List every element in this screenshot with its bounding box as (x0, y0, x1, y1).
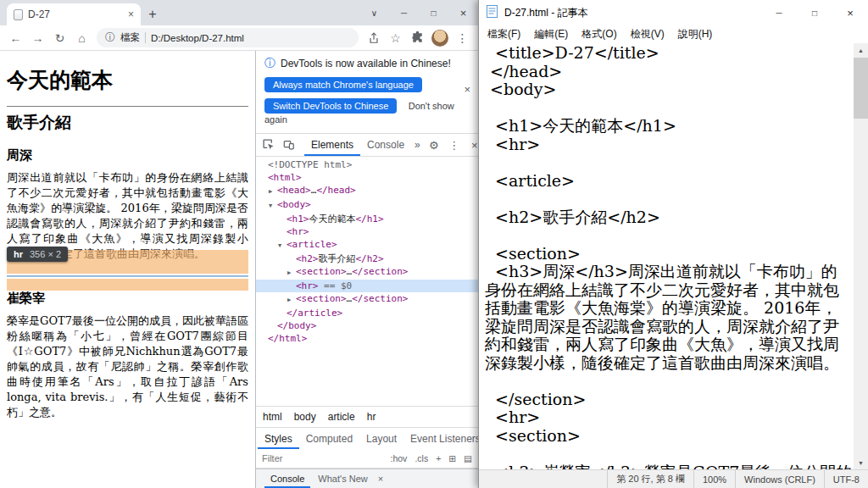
elements-tree: <!DOCTYPE html><html>▶<head>…</head>▼<bo… (256, 157, 478, 406)
notepad-menubar: 檔案(F) 編輯(E) 格式(O) 檢視(V) 說明(H) (479, 25, 868, 43)
notepad-minimize-button[interactable]: ─ (761, 0, 797, 25)
new-tab-button[interactable]: + (141, 3, 164, 25)
menu-file[interactable]: 檔案(F) (481, 25, 527, 43)
status-cursor-position: 第 20 行, 第 8 欄 (607, 470, 693, 488)
status-line-ending: Windows (CRLF) (735, 470, 824, 488)
tab-search-chevron-icon[interactable]: ∨ (359, 0, 389, 25)
tab-title: D-27 (28, 8, 123, 20)
notepad-titlebar: D-27.html - 記事本 ─ □ × (479, 0, 868, 25)
maximize-button[interactable]: □ (419, 0, 448, 25)
menu-help[interactable]: 說明(H) (671, 25, 720, 43)
tab-computed[interactable]: Computed (299, 429, 359, 449)
tab-styles[interactable]: Styles (258, 429, 299, 449)
profile-avatar[interactable] (431, 30, 448, 47)
tree-node[interactable]: ▼<body> (256, 198, 478, 213)
match-chrome-language-button[interactable]: Always match Chrome's language (264, 77, 422, 92)
expand-arrow-icon[interactable]: ▶ (287, 267, 296, 280)
device-toolbar-icon[interactable] (279, 135, 299, 155)
address-file-label: 檔案 (120, 31, 140, 44)
share-icon[interactable] (363, 28, 384, 48)
tree-node[interactable]: ▼<article> (256, 238, 478, 252)
breadcrumb-body[interactable]: body (294, 411, 316, 423)
drawer-tab-close-icon[interactable]: × (376, 474, 386, 484)
drawer-tab-console[interactable]: Console (264, 469, 310, 488)
tree-node[interactable]: <hr> (256, 225, 478, 238)
tab-layout[interactable]: Layout (359, 429, 403, 449)
scroll-up-icon[interactable]: ▲ (854, 43, 868, 57)
breadcrumb-hr[interactable]: hr (367, 411, 376, 423)
devtools-drawer: Console What's New × (256, 469, 478, 488)
notification-close-icon[interactable]: × (464, 83, 470, 96)
breadcrumb-article[interactable]: article (328, 411, 355, 423)
drawer-tab-whats-new[interactable]: What's New (312, 469, 373, 488)
styles-filter-bar: :hov .cls + ⊞ ▤ (256, 449, 478, 469)
tree-node[interactable]: <hr> == $0 (256, 280, 478, 292)
devtools-menu-kebab-icon[interactable]: ⋮ (444, 135, 465, 155)
expand-arrow-icon[interactable]: ▼ (269, 200, 277, 213)
notepad-window-controls: ─ □ × (761, 0, 868, 25)
devtools-language-notification: ⓘ DevTools is now available in Chinese! … (256, 51, 478, 134)
settings-gear-icon[interactable]: ⚙ (424, 135, 444, 155)
grid-icon[interactable]: ⊞ (448, 453, 456, 463)
layout-panel-icon[interactable]: ▤ (464, 453, 472, 463)
bookmark-star-icon[interactable]: ☆ (385, 28, 406, 48)
inspect-tooltip: hr 356 × 2 (7, 247, 68, 262)
menu-format[interactable]: 格式(O) (575, 25, 623, 43)
inspect-tooltip-tag: hr (14, 249, 23, 259)
breadcrumb-html[interactable]: html (263, 411, 282, 423)
tab-close-icon[interactable]: × (128, 8, 134, 20)
expand-arrow-icon[interactable]: ▶ (287, 294, 296, 307)
site-info-icon[interactable]: ⓘ (105, 30, 115, 45)
tree-node[interactable]: <h2>歌手介紹</h2> (256, 252, 478, 265)
address-divider (145, 32, 146, 43)
reload-button[interactable]: ↻ (49, 28, 70, 48)
expand-arrow-icon[interactable]: ▼ (278, 240, 287, 252)
notepad-window-title: D-27.html - 記事本 (504, 6, 588, 20)
tree-node[interactable]: <h1>今天的範本</h1> (256, 213, 478, 225)
more-panels-icon[interactable]: » (411, 139, 424, 151)
menu-edit[interactable]: 編輯(E) (527, 25, 575, 43)
horizontal-rule-top (7, 106, 248, 107)
minimize-button[interactable]: ─ (389, 0, 419, 25)
browser-tab[interactable]: D-27 × (7, 3, 141, 25)
address-bar[interactable]: ⓘ 檔案 D:/Desktop/D-27.html (97, 28, 359, 47)
browser-window: D-27 × + ∨ ─ □ × ← → ↻ ⌂ ⓘ 檔案 D:/Desktop… (0, 0, 478, 488)
tree-node[interactable]: </body> (256, 319, 478, 332)
menu-view[interactable]: 檢視(V) (624, 25, 671, 43)
tab-elements[interactable]: Elements (304, 134, 360, 156)
forward-button[interactable]: → (27, 28, 48, 48)
home-button[interactable]: ⌂ (71, 28, 92, 48)
extensions-puzzle-icon[interactable] (407, 28, 428, 48)
tree-node[interactable]: ▶<section>…</section> (256, 265, 478, 280)
tree-node[interactable]: </article> (256, 307, 478, 319)
desktop: D-27 × + ∨ ─ □ × ← → ↻ ⌂ ⓘ 檔案 D:/Desktop… (0, 0, 868, 488)
address-url: D:/Desktop/D-27.html (151, 33, 244, 43)
tree-node[interactable]: ▶<section>…</section> (256, 292, 478, 307)
element-state-toggle[interactable]: :hov (391, 453, 408, 463)
scrollbar-thumb[interactable] (854, 58, 868, 119)
browser-content: 今天的範本 歌手介紹 周深 周深出道前就以「卡布叻」的身份在網絡上結識了不少二次… (0, 51, 478, 488)
styles-filter-input[interactable] (262, 453, 383, 463)
tab-console[interactable]: Console (360, 134, 411, 156)
class-toggle[interactable]: .cls (415, 453, 428, 463)
notepad-close-button[interactable]: × (832, 0, 868, 25)
tree-node[interactable]: <html> (256, 171, 478, 184)
tree-node[interactable]: <!DOCTYPE html> (256, 158, 478, 171)
tree-node[interactable]: </html> (256, 332, 478, 345)
new-style-rule-button[interactable]: + (436, 453, 441, 463)
expand-arrow-icon[interactable]: ▶ (269, 186, 277, 198)
tab-event-listeners[interactable]: Event Listeners (403, 429, 478, 449)
breadcrumb: html body article hr (256, 406, 478, 427)
notepad-scrollbar[interactable]: ▲ ▼ (854, 43, 868, 469)
switch-devtools-chinese-button[interactable]: Switch DevTools to Chinese (264, 98, 397, 114)
back-button[interactable]: ← (5, 28, 26, 48)
browser-menu-kebab-icon[interactable]: ⋮ (452, 28, 473, 48)
page-section-title: 歌手介紹 (7, 112, 248, 134)
scroll-down-icon[interactable]: ▼ (854, 456, 868, 469)
inspect-element-icon[interactable] (259, 135, 279, 155)
tree-node[interactable]: ▶<head>…</head> (256, 184, 478, 198)
notepad-maximize-button[interactable]: □ (797, 0, 832, 25)
singer-paragraph-2: 榮宰是GOT7最後一位公開的成員，因此被華語區粉絲暱稱為「小七」，曾經在GOT7… (7, 313, 248, 420)
notepad-text-area[interactable]: <title>D-27</title> </head> <body> <h1>今… (479, 43, 854, 469)
close-button[interactable]: × (448, 0, 478, 25)
